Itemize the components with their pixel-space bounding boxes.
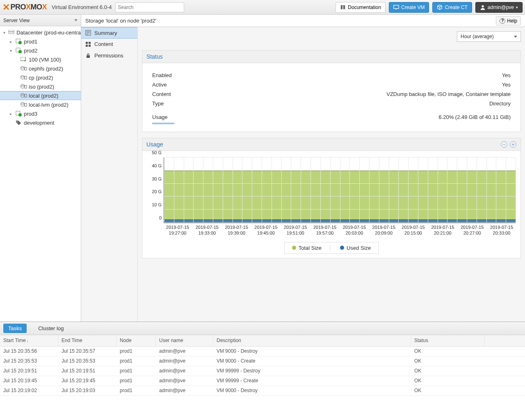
status-title: Status	[146, 53, 163, 60]
user-icon	[480, 5, 486, 10]
task-rows[interactable]: Jul 15 20:35:56Jul 15 20:35:57prod1admin…	[0, 347, 525, 420]
y-tick-label: 20 G	[147, 189, 162, 194]
tab-permissions[interactable]: Permissions	[81, 50, 137, 62]
col-start-time[interactable]: Start Time↓	[0, 335, 58, 346]
col-status[interactable]: Status	[411, 335, 485, 346]
usage-chart-panel: Usage − + 010 G20 G30 G40 G50 G 2019-07-…	[142, 138, 521, 258]
tree-storage-local[interactable]: local (prod2)	[0, 91, 81, 100]
y-tick-label: 40 G	[147, 163, 162, 168]
sort-desc-icon: ↓	[27, 339, 29, 343]
x-tick-label: 2019-07-1520:33:00	[488, 225, 516, 236]
zoom-out-icon[interactable]: −	[501, 141, 507, 148]
storage-icon	[21, 84, 27, 89]
tree-pool-development[interactable]: development	[0, 118, 81, 127]
status-panel: Status EnabledYes ActiveYes ContentVZDum…	[142, 50, 521, 132]
usage-chart: 010 G20 G30 G40 G50 G	[164, 158, 516, 223]
tab-summary[interactable]: Summary	[81, 27, 137, 39]
svg-point-7	[18, 50, 22, 53]
svg-rect-26	[89, 45, 91, 47]
svg-point-1	[482, 5, 484, 7]
logo: ✕ PROXMOX	[2, 2, 47, 13]
timerange-dropdown[interactable]: Hour (average)	[457, 31, 521, 42]
create-ct-button[interactable]: Create CT	[432, 2, 472, 13]
collapse-icon[interactable]: ▾	[10, 48, 14, 53]
book-icon	[340, 5, 346, 10]
tab-tasks[interactable]: Tasks	[3, 324, 27, 333]
tree-storage-local-lvm[interactable]: local-lvm (prod2)	[0, 100, 81, 109]
svg-rect-12	[25, 76, 27, 79]
tab-content[interactable]: Content	[81, 39, 137, 50]
svg-rect-3	[8, 32, 14, 34]
server-icon	[8, 30, 15, 35]
svg-point-17	[21, 103, 24, 104]
lock-icon	[85, 53, 91, 59]
resource-tree: ▾ Datacenter (prod-eu-centra ▸ prod1 ▾ p…	[0, 26, 81, 322]
node-online-icon	[16, 111, 22, 116]
logo-text: PRO	[11, 3, 26, 11]
help-button[interactable]: ? Help	[496, 16, 521, 25]
y-tick-label: 10 G	[147, 202, 162, 207]
task-row[interactable]: Jul 15 20:19:02Jul 15 20:19:03prod1admin…	[0, 386, 525, 396]
tree-storage-cephfs[interactable]: cephfs (prod2)	[0, 64, 81, 73]
search-input[interactable]	[115, 2, 184, 12]
tree-node-prod2[interactable]: ▾ prod2	[0, 46, 81, 55]
expand-icon[interactable]: ▸	[10, 112, 14, 116]
task-row[interactable]: Jul 15 20:19:51Jul 15 20:19:51prod1admin…	[0, 366, 525, 376]
side-tabs: Summary Content Permissions	[81, 27, 138, 322]
col-end-time[interactable]: End Time	[58, 335, 116, 346]
tree-storage-cp[interactable]: cp (prod2)	[0, 73, 81, 82]
task-log-panel: Tasks Cluster log Start Time↓ End Time N…	[0, 322, 525, 420]
storage-icon	[21, 102, 27, 107]
x-tick-label: 2019-07-1519:45:00	[252, 225, 280, 236]
svg-point-21	[17, 121, 18, 122]
chevron-down-icon: ▾	[516, 5, 518, 9]
create-vm-button[interactable]: Create VM	[389, 2, 429, 13]
x-tick-label: 2019-07-1519:57:00	[311, 225, 339, 236]
svg-point-5	[18, 41, 22, 44]
svg-point-9	[21, 66, 24, 68]
zoom-in-icon[interactable]: +	[510, 141, 516, 148]
legend-total: Total Size	[292, 245, 330, 251]
usage-progress-bar	[152, 123, 174, 124]
storage-icon	[21, 93, 27, 98]
documentation-button[interactable]: Documentation	[336, 2, 386, 13]
svg-rect-10	[25, 67, 27, 70]
col-user[interactable]: User name	[156, 335, 213, 346]
tree-datacenter[interactable]: ▾ Datacenter (prod-eu-centra	[0, 28, 81, 37]
x-tick-label: 2019-07-1519:33:00	[193, 225, 221, 236]
x-tick-label: 2019-07-1520:09:00	[370, 225, 398, 236]
col-description[interactable]: Description	[213, 335, 411, 346]
x-tick-label: 2019-07-1519:39:00	[223, 225, 251, 236]
logo-x-icon: ✕	[2, 2, 10, 13]
svg-rect-25	[86, 45, 88, 47]
tree-storage-iso[interactable]: iso (prod2)	[0, 82, 81, 91]
task-row[interactable]: Jul 15 20:35:53Jul 15 20:35:53prod1admin…	[0, 356, 525, 366]
legend-used: Used Size	[340, 245, 371, 251]
task-row[interactable]: Jul 15 20:35:56Jul 15 20:35:57prod1admin…	[0, 347, 525, 356]
y-tick-label: 0	[147, 215, 162, 220]
tree-node-prod3[interactable]: ▸ prod3	[0, 109, 81, 118]
main-content: Storage 'local' on node 'prod2' ? Help S…	[81, 15, 525, 322]
col-node[interactable]: Node	[116, 335, 156, 346]
x-tick-label: 2019-07-1520:21:00	[429, 225, 457, 236]
svg-rect-0	[394, 5, 399, 8]
svg-point-15	[21, 94, 24, 95]
task-table-header: Start Time↓ End Time Node User name Desc…	[0, 335, 525, 347]
server-view-selector[interactable]: Server View	[0, 15, 81, 26]
x-tick-label: 2019-07-1520:15:00	[399, 225, 427, 236]
tree-node-prod1[interactable]: ▸ prod1	[0, 37, 81, 46]
y-tick-label: 50 G	[147, 150, 162, 155]
user-menu-button[interactable]: admin@pve ▾	[475, 2, 523, 13]
tab-cluster-log[interactable]: Cluster log	[33, 324, 68, 333]
tree-vm-100[interactable]: 100 (VM 100)	[0, 55, 81, 64]
usage-title: Usage	[146, 141, 163, 148]
svg-rect-16	[25, 94, 27, 97]
expand-icon[interactable]: ▸	[10, 39, 14, 44]
storage-icon	[21, 66, 27, 71]
storage-icon	[21, 75, 27, 80]
svg-rect-27	[87, 55, 90, 58]
collapse-icon[interactable]: ▾	[3, 30, 7, 35]
server-view-panel: Server View ▾ Datacenter (prod-eu-centra…	[0, 15, 81, 322]
task-row[interactable]: Jul 15 20:19:45Jul 15 20:19:45prod1admin…	[0, 376, 525, 386]
x-tick-label: 2019-07-1519:51:00	[281, 225, 309, 236]
